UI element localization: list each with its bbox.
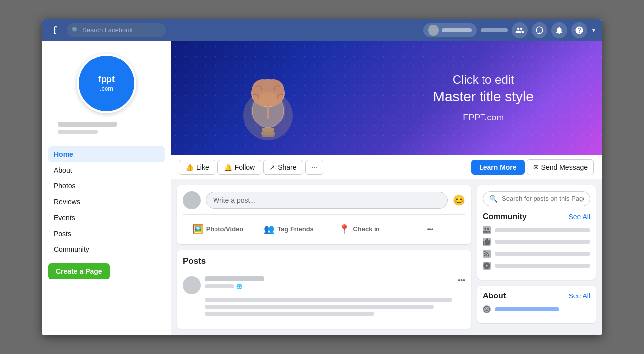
sidebar-item-about[interactable]: About xyxy=(48,162,165,178)
sidebar-item-photos[interactable]: Photos xyxy=(48,178,165,194)
follow-button[interactable]: 🔔 Follow xyxy=(217,160,261,175)
sidebar-item-community[interactable]: Community xyxy=(48,241,165,257)
messenger-icon[interactable] xyxy=(532,22,547,38)
community-section-header: Community See All xyxy=(483,212,590,221)
create-page-button[interactable]: Create a Page xyxy=(48,263,110,279)
message-icon: ✉ xyxy=(533,163,539,171)
community-row-3 xyxy=(483,250,590,258)
post-options[interactable]: ••• xyxy=(458,276,465,284)
page-name-area xyxy=(48,118,165,138)
sidebar-item-reviews[interactable]: Reviews xyxy=(48,194,165,210)
community-rss-icon xyxy=(483,250,491,258)
check-in-label: Check in xyxy=(353,225,379,233)
action-bar: 👍 Like 🔔 Follow ↗ Share ··· Learn More ✉ xyxy=(171,155,602,179)
cover-brain-area xyxy=(171,41,365,155)
share-label: Share xyxy=(278,163,296,171)
nav-chevron-icon[interactable]: ▼ xyxy=(591,27,597,34)
community-followers-bar xyxy=(495,228,590,232)
facebook-logo[interactable]: f xyxy=(47,22,63,38)
like-label: Like xyxy=(196,163,209,171)
fb-logo-letter: f xyxy=(53,24,56,37)
facebook-navbar: f 🔍 ▼ xyxy=(42,19,602,41)
content-line-1 xyxy=(205,298,452,302)
more-post-options-button[interactable]: ••• xyxy=(395,220,465,238)
cover-text-area: Click to edit Master title style FPPT.co… xyxy=(365,63,602,133)
learn-more-button[interactable]: Learn More xyxy=(471,160,524,175)
post-time-bar xyxy=(205,284,234,288)
cover-title-line1: Click to edit xyxy=(380,73,588,87)
content-line-2 xyxy=(205,305,434,309)
post-avatar-small xyxy=(183,276,201,294)
about-card: About See All xyxy=(477,286,596,323)
user-pill[interactable] xyxy=(423,23,477,37)
community-likes-icon xyxy=(483,238,491,246)
post-header: 🌐 ••• xyxy=(183,276,465,294)
tag-friends-button[interactable]: 👥 Tag Friends xyxy=(254,220,323,238)
svg-rect-4 xyxy=(262,135,274,137)
svg-rect-2 xyxy=(262,128,274,132)
community-row-2 xyxy=(483,238,590,246)
tag-friends-label: Tag Friends xyxy=(277,225,314,233)
more-dots-label: ··· xyxy=(312,163,318,171)
write-post-input[interactable]: Write a post... xyxy=(206,192,448,209)
like-button[interactable]: 👍 Like xyxy=(179,160,215,175)
about-info-bar xyxy=(495,307,559,311)
page-name-bar-2 xyxy=(58,130,98,134)
community-row-1 xyxy=(483,226,590,234)
check-in-button[interactable]: 📍 Check in xyxy=(324,220,394,238)
send-message-label: Send Message xyxy=(541,163,588,171)
feed-column: Write a post... 😊 🖼️ Photo/Video 👥 xyxy=(177,185,471,329)
help-icon[interactable] xyxy=(571,22,587,38)
emoji-button[interactable]: 😊 xyxy=(453,194,465,206)
cover-title-line2: Master title style xyxy=(380,89,588,105)
write-post-avatar xyxy=(183,191,201,209)
fppt-logo: fppt .com xyxy=(98,74,115,92)
about-smiley-icon xyxy=(483,305,491,313)
community-see-all[interactable]: See All xyxy=(568,213,590,221)
content-area: Write a post... 😊 🖼️ Photo/Video 👥 xyxy=(171,179,602,335)
main-content: Click to edit Master title style FPPT.co… xyxy=(171,41,602,335)
community-videos-bar xyxy=(495,264,590,268)
right-sidebar: 🔍 Community See All xyxy=(477,185,596,329)
post-meta: 🌐 xyxy=(205,276,454,289)
location-icon: 📍 xyxy=(339,224,350,235)
share-button[interactable]: ↗ Share xyxy=(263,160,303,175)
search-input[interactable] xyxy=(82,26,161,34)
posts-search-box[interactable]: 🔍 xyxy=(483,191,590,206)
post-dots-icon: ••• xyxy=(458,276,465,284)
write-post-divider xyxy=(183,214,465,215)
photo-video-label: Photo/Video xyxy=(206,225,244,233)
sidebar-item-events[interactable]: Events xyxy=(48,210,165,226)
cover-photo: Click to edit Master title style FPPT.co… xyxy=(171,41,602,155)
nav-extra-bar xyxy=(481,28,508,32)
tag-icon: 👥 xyxy=(264,224,274,235)
community-likes-bar xyxy=(495,240,590,244)
send-message-button[interactable]: ✉ Send Message xyxy=(527,159,594,175)
community-row-4 xyxy=(483,262,590,270)
profile-picture: fppt .com xyxy=(77,54,136,113)
sidebar-item-posts[interactable]: Posts xyxy=(48,226,165,241)
sidebar-search-icon: 🔍 xyxy=(489,195,498,203)
follow-label: Follow xyxy=(235,163,255,171)
posts-search-input[interactable] xyxy=(502,195,584,202)
community-people-icon xyxy=(483,226,491,234)
thumbs-up-icon: 👍 xyxy=(185,163,194,171)
nav-avatar xyxy=(428,25,439,36)
community-member-icon xyxy=(483,262,491,270)
photo-video-button[interactable]: 🖼️ Photo/Video xyxy=(183,220,253,238)
sidebar-item-home[interactable]: Home xyxy=(48,146,165,162)
notifications-icon[interactable] xyxy=(551,22,567,38)
sidebar-divider xyxy=(48,142,165,142)
about-row-1 xyxy=(483,305,590,313)
about-see-all[interactable]: See All xyxy=(568,292,590,300)
page-name-bar-1 xyxy=(58,122,117,127)
left-sidebar: fppt .com Home About Photos Reviews Even… xyxy=(42,41,171,335)
search-bar[interactable]: 🔍 xyxy=(67,23,166,37)
friends-icon[interactable] xyxy=(512,22,528,38)
more-options-button[interactable]: ··· xyxy=(305,160,324,175)
nav-name-bar xyxy=(442,28,472,32)
brain-bulb-illustration xyxy=(233,51,303,145)
profile-pic-container: fppt .com xyxy=(48,46,165,118)
write-post-box: Write a post... 😊 🖼️ Photo/Video 👥 xyxy=(177,185,471,244)
share-icon: ↗ xyxy=(269,163,275,171)
